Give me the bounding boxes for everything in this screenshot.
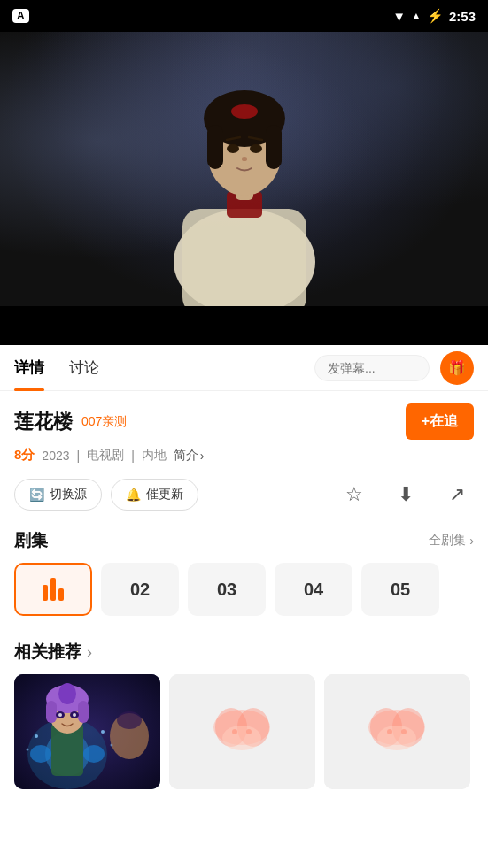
bar-1 <box>43 585 48 601</box>
svg-point-11 <box>227 144 239 153</box>
switch-source-button[interactable]: 🔄 切换源 <box>14 479 102 511</box>
placeholder-icon-3 <box>324 674 470 789</box>
title-row: 莲花楼 007亲测 +在追 <box>14 403 474 440</box>
episode-item-03[interactable]: 03 <box>188 563 266 616</box>
svg-rect-1 <box>182 209 306 306</box>
chevron-right-icon: › <box>87 643 92 662</box>
tab-detail[interactable]: 详情 <box>14 345 44 391</box>
year: 2023 <box>42 449 69 463</box>
tabs-right-actions: 🎁 <box>314 351 474 385</box>
download-icon: ⬇ <box>398 483 414 506</box>
rating: 8分 <box>14 447 35 464</box>
title-left: 莲花楼 007亲测 <box>14 409 127 435</box>
time-display: 2:53 <box>449 9 476 24</box>
character-figure <box>147 50 342 306</box>
episode-item-05[interactable]: 05 <box>361 563 439 616</box>
wifi-icon: ▼ <box>392 9 406 24</box>
meta-separator-1: | <box>77 449 81 463</box>
bell-icon: 🔔 <box>126 488 141 502</box>
see-all-episodes[interactable]: 全剧集 › <box>429 533 474 549</box>
share-icon: ↗ <box>449 483 465 506</box>
danmu-button[interactable]: 🎁 <box>440 351 474 385</box>
svg-point-46 <box>377 726 416 750</box>
meta-separator-2: | <box>131 449 135 463</box>
status-bar-left: A <box>12 9 29 23</box>
svg-point-39 <box>222 726 261 750</box>
intro-link[interactable]: 简介 › <box>174 448 205 464</box>
playing-indicator <box>43 578 64 601</box>
bar-2 <box>50 578 56 601</box>
svg-point-41 <box>246 729 252 734</box>
download-button[interactable]: ⬇ <box>389 478 422 511</box>
update-button[interactable]: 🔔 催更新 <box>111 479 198 511</box>
episodes-list: 02 03 04 05 <box>14 563 474 623</box>
share-button[interactable]: ↗ <box>440 478 474 511</box>
svg-point-8 <box>231 104 258 119</box>
svg-point-34 <box>117 711 142 729</box>
tabs-bar: 详情 讨论 🎁 <box>0 345 488 391</box>
svg-point-40 <box>232 729 237 734</box>
switch-icon: 🔄 <box>29 488 44 502</box>
svg-point-29 <box>35 734 38 738</box>
follow-button[interactable]: +在追 <box>406 403 474 440</box>
action-row: 🔄 切换源 🔔 催更新 ☆ ⬇ ↗ <box>14 478 474 511</box>
svg-point-13 <box>242 157 247 161</box>
related-card-3[interactable] <box>324 674 470 789</box>
show-type: 电视剧 <box>87 448 124 464</box>
svg-point-47 <box>387 729 392 734</box>
signal-icon: ▲ <box>411 10 422 22</box>
related-section-header[interactable]: 相关推荐 › <box>14 641 474 664</box>
danmu-icon: 🎁 <box>448 359 466 376</box>
icon-actions: ☆ ⬇ ↗ <box>337 478 474 511</box>
favorite-button[interactable]: ☆ <box>337 478 371 511</box>
svg-rect-20 <box>46 701 57 723</box>
tab-discuss[interactable]: 讨论 <box>69 345 99 391</box>
svg-point-28 <box>83 745 105 763</box>
episode-item-01[interactable] <box>14 563 92 616</box>
anime-character <box>14 674 160 789</box>
related-card-2[interactable] <box>169 674 315 789</box>
chevron-right-icon: › <box>469 534 474 548</box>
meta-row: 8分 2023 | 电视剧 | 内地 简介 › <box>14 447 474 464</box>
status-bar: A ▼ ▲ ⚡ 2:53 <box>0 0 488 32</box>
svg-point-27 <box>30 745 51 763</box>
svg-point-25 <box>58 713 62 717</box>
app-icon: A <box>12 9 29 23</box>
episode-item-02[interactable]: 02 <box>101 563 179 616</box>
episodes-section-header: 剧集 全剧集 › <box>14 529 474 552</box>
danmu-input[interactable] <box>314 355 430 381</box>
svg-point-26 <box>73 713 76 717</box>
chevron-right-icon: › <box>200 449 205 463</box>
svg-rect-21 <box>78 701 89 723</box>
test-badge: 007亲测 <box>81 414 127 430</box>
svg-rect-6 <box>207 125 223 169</box>
related-title: 相关推荐 <box>14 641 81 664</box>
bar-3 <box>58 588 64 601</box>
status-bar-right: ▼ ▲ ⚡ 2:53 <box>392 8 476 24</box>
show-region: 内地 <box>142 448 167 464</box>
svg-point-12 <box>250 144 262 153</box>
svg-point-48 <box>401 729 407 734</box>
related-grid <box>14 674 474 789</box>
svg-rect-7 <box>266 125 282 169</box>
show-title: 莲花楼 <box>14 409 73 435</box>
svg-point-22 <box>58 683 76 704</box>
content-area: 莲花楼 007亲测 +在追 8分 2023 | 电视剧 | 内地 简介 › 🔄 … <box>0 391 488 789</box>
placeholder-icon-2 <box>169 674 315 789</box>
video-controls-bar[interactable] <box>0 306 488 345</box>
svg-point-30 <box>101 730 105 734</box>
related-card-1[interactable] <box>14 674 160 789</box>
battery-icon: ⚡ <box>427 8 444 24</box>
svg-point-32 <box>27 749 29 751</box>
episodes-title: 剧集 <box>14 529 48 552</box>
video-player[interactable] <box>0 32 488 306</box>
episode-item-04[interactable]: 04 <box>275 563 352 616</box>
star-icon: ☆ <box>345 483 363 506</box>
